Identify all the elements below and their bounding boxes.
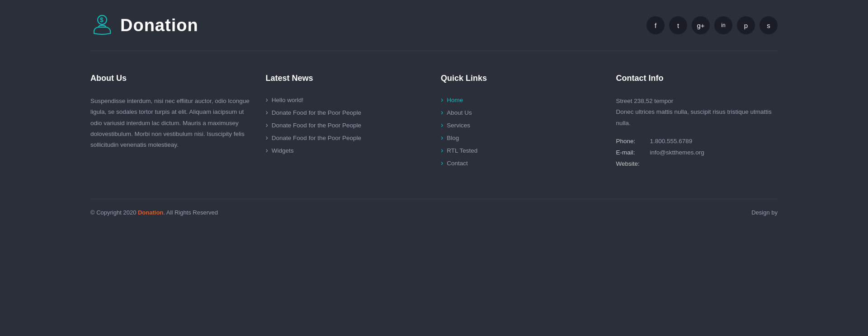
- footer-columns: About Us Suspendisse interdum, nisi nec …: [0, 51, 868, 199]
- quick-link-home[interactable]: Home: [441, 96, 603, 104]
- news-link[interactable]: Donate Food for the Poor People: [266, 121, 428, 129]
- list-item: Widgets: [266, 146, 428, 154]
- svg-text:$: $: [100, 16, 104, 23]
- donation-logo-icon: $: [90, 14, 114, 37]
- phone-value: 1.800.555.6789: [650, 138, 693, 145]
- quick-links-column: Quick Links Home About Us Services Blog …: [441, 74, 603, 172]
- email-label: E-mail:: [616, 149, 646, 156]
- quick-link-blog[interactable]: Blog: [441, 134, 603, 142]
- linkedin-icon[interactable]: in: [714, 16, 732, 34]
- list-item: Donate Food for the Poor People: [266, 121, 428, 129]
- list-item: RTL Tested: [441, 146, 603, 154]
- quick-link-rtl[interactable]: RTL Tested: [441, 146, 603, 154]
- skype-icon[interactable]: s: [760, 16, 778, 34]
- about-us-title: About Us: [90, 74, 252, 83]
- bottom-bar: © Copyright 2020 Donation. All Rights Re…: [90, 199, 778, 226]
- contact-info-title: Contact Info: [616, 74, 778, 83]
- twitter-icon[interactable]: t: [669, 16, 687, 34]
- list-item: Home: [441, 96, 603, 104]
- quick-links-list: Home About Us Services Blog RTL Tested C…: [441, 96, 603, 167]
- list-item: Donate Food for the Poor People: [266, 108, 428, 117]
- latest-news-title: Latest News: [266, 74, 428, 83]
- contact-details: Street 238,52 tempor Donec ultrices matt…: [616, 96, 778, 167]
- contact-address: Street 238,52 tempor Donec ultrices matt…: [616, 96, 778, 129]
- email-value: info@sktthemes.org: [650, 149, 704, 156]
- list-item: Contact: [441, 159, 603, 167]
- copyright-brand[interactable]: Donation: [138, 209, 163, 216]
- list-item: Donate Food for the Poor People: [266, 134, 428, 142]
- news-link[interactable]: Donate Food for the Poor People: [266, 134, 428, 142]
- news-link[interactable]: Donate Food for the Poor People: [266, 108, 428, 117]
- list-item: Services: [441, 121, 603, 129]
- latest-news-column: Latest News Hello world! Donate Food for…: [266, 74, 428, 172]
- quick-links-title: Quick Links: [441, 74, 603, 83]
- news-list: Hello world! Donate Food for the Poor Pe…: [266, 96, 428, 154]
- quick-link-about[interactable]: About Us: [441, 108, 603, 117]
- contact-email-row: E-mail: info@sktthemes.org: [616, 149, 778, 156]
- quick-link-contact[interactable]: Contact: [441, 159, 603, 167]
- copyright-text: © Copyright 2020 Donation. All Rights Re…: [90, 209, 218, 216]
- phone-label: Phone:: [616, 138, 646, 145]
- contact-website-row: Website:: [616, 160, 778, 167]
- news-link[interactable]: Widgets: [266, 146, 428, 154]
- copyright-prefix: © Copyright 2020: [90, 209, 138, 216]
- copyright-suffix: . All Rights Reserved: [163, 209, 218, 216]
- address-line1: Street 238,52 tempor: [616, 98, 674, 104]
- facebook-icon[interactable]: f: [646, 16, 665, 34]
- news-link[interactable]: Hello world!: [266, 96, 428, 104]
- header: $ Donation f t g+ in p s: [0, 0, 868, 51]
- quick-link-services[interactable]: Services: [441, 121, 603, 129]
- logo-area: $ Donation: [90, 14, 198, 37]
- about-us-column: About Us Suspendisse interdum, nisi nec …: [90, 74, 252, 172]
- social-icons-group: f t g+ in p s: [646, 16, 778, 34]
- contact-info-column: Contact Info Street 238,52 tempor Donec …: [616, 74, 778, 172]
- design-by-text: Design by: [751, 209, 778, 216]
- pinterest-icon[interactable]: p: [737, 16, 755, 34]
- website-label: Website:: [616, 160, 646, 167]
- logo-text: Donation: [120, 16, 198, 35]
- contact-phone-row: Phone: 1.800.555.6789: [616, 138, 778, 145]
- address-line2: Donec ultrices mattis nulla, suscipit ri…: [616, 108, 772, 126]
- about-us-body: Suspendisse interdum, nisi nec effiitur …: [90, 96, 252, 150]
- list-item: Hello world!: [266, 96, 428, 104]
- list-item: Blog: [441, 134, 603, 142]
- google-plus-icon[interactable]: g+: [692, 16, 710, 34]
- list-item: About Us: [441, 108, 603, 117]
